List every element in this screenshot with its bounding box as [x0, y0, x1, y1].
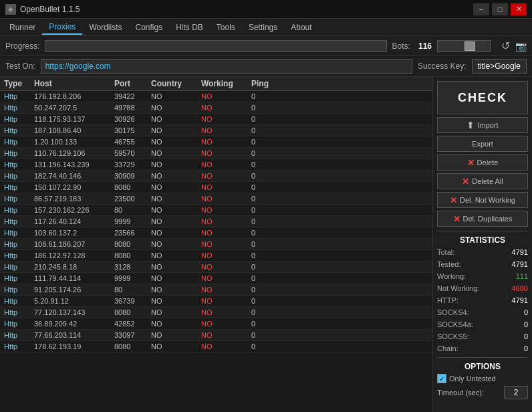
menu-proxies[interactable]: Proxies	[42, 20, 82, 35]
menu-configs[interactable]: Configs	[129, 21, 170, 34]
cell-ping: 0	[250, 239, 287, 249]
cell-host: 150.107.22.90	[33, 183, 113, 192]
cell-working: NO	[200, 274, 250, 283]
table-row[interactable]: Http 103.60.137.2 23566 NO NO 0	[0, 227, 432, 239]
cell-host: 117.26.40.124	[33, 217, 113, 226]
only-untested-label: Only Untested	[449, 375, 496, 383]
menu-about[interactable]: About	[284, 21, 318, 34]
cell-working: NO	[200, 126, 250, 135]
reload-icon[interactable]: ↺	[501, 39, 510, 52]
table-row[interactable]: Http 111.79.44.114 9999 NO NO 0	[0, 273, 432, 284]
maximize-button[interactable]: □	[492, 3, 508, 15]
delete-all-label: Delete All	[472, 177, 503, 185]
menu-wordlists[interactable]: Wordlists	[82, 21, 128, 34]
cell-type: Http	[3, 137, 33, 146]
menu-runner[interactable]: Runner	[3, 21, 42, 34]
delete-icon: ✕	[467, 158, 475, 168]
stat-working-label: Working:	[437, 272, 466, 280]
export-label: Export	[472, 140, 493, 148]
table-row[interactable]: Http 117.26.40.124 9999 NO NO 0	[0, 216, 432, 227]
table-row[interactable]: Http 77.120.137.143 8080 NO NO 0	[0, 307, 432, 318]
col-country: Country	[150, 79, 200, 88]
only-untested-row: ✓ Only Untested	[437, 374, 528, 383]
cell-working: NO	[200, 262, 250, 272]
table-row[interactable]: Http 118.175.93.137 30926 NO NO 0	[0, 114, 432, 125]
cell-working: NO	[200, 183, 250, 192]
cell-host: 1.20.100.133	[33, 137, 113, 146]
stat-socks4a-value: 0	[524, 320, 528, 328]
table-row[interactable]: Http 1.20.100.133 46755 NO NO 0	[0, 136, 432, 148]
menu-hitsdb[interactable]: Hits DB	[169, 21, 210, 34]
cell-type: Http	[3, 217, 33, 226]
camera-icon[interactable]: 📷	[515, 41, 527, 51]
table-row[interactable]: Http 108.61.186.207 8080 NO NO 0	[0, 239, 432, 250]
progress-bar	[45, 40, 386, 52]
cell-host: 77.120.137.143	[33, 308, 113, 317]
cell-working: NO	[200, 171, 250, 181]
cell-working: NO	[200, 342, 250, 351]
cell-host: 36.89.209.42	[33, 319, 113, 328]
table-row[interactable]: Http 186.122.97.128 8080 NO NO 0	[0, 250, 432, 262]
proxy-table-body[interactable]: Http 176.192.8.206 39422 NO NO 0 Http 50…	[0, 91, 432, 412]
cell-country: NO	[150, 239, 200, 249]
col-port: Port	[113, 79, 150, 88]
table-row[interactable]: Http 210.245.8.18 3128 NO NO 0	[0, 262, 432, 273]
delete-button[interactable]: ✕ Delete	[437, 154, 528, 171]
cell-country: NO	[150, 296, 200, 306]
table-row[interactable]: Http 187.108.86.40 30175 NO NO 0	[0, 125, 432, 136]
stat-working-value: 111	[516, 272, 528, 280]
cell-port: 80	[113, 205, 150, 215]
menu-tools[interactable]: Tools	[210, 21, 242, 34]
table-row[interactable]: Http 176.192.8.206 39422 NO NO 0	[0, 91, 432, 102]
close-button[interactable]: ✕	[511, 3, 527, 15]
cell-ping: 0	[250, 285, 287, 294]
cell-host: 91.205.174.26	[33, 285, 113, 294]
table-row[interactable]: Http 5.20.91.12 36739 NO NO 0	[0, 296, 432, 307]
table-row[interactable]: Http 182.74.40.146 30909 NO NO 0	[0, 171, 432, 182]
cell-ping: 0	[250, 160, 287, 169]
table-row[interactable]: Http 91.205.174.26 80 NO NO 0	[0, 284, 432, 296]
cell-working: NO	[200, 239, 250, 249]
cell-country: NO	[150, 171, 200, 181]
check-button[interactable]: CHECK	[437, 81, 528, 114]
table-row[interactable]: Http 150.107.22.90 8080 NO NO 0	[0, 182, 432, 193]
cell-type: Http	[3, 92, 33, 101]
table-row[interactable]: Http 50.247.207.5 49788 NO NO 0	[0, 102, 432, 114]
cell-country: NO	[150, 274, 200, 283]
table-row[interactable]: Http 77.66.203.114 33097 NO NO 0	[0, 330, 432, 341]
timeout-input[interactable]	[504, 386, 528, 399]
table-row[interactable]: Http 86.57.219.183 23500 NO NO 0	[0, 193, 432, 205]
cell-country: NO	[150, 183, 200, 192]
del-duplicates-button[interactable]: ✕ Del. Duplicates	[437, 211, 528, 227]
table-row[interactable]: Http 178.62.193.19 8080 NO NO 0	[0, 341, 432, 352]
cell-country: NO	[150, 228, 200, 237]
table-row[interactable]: Http 131.196.143.239 33729 NO NO 0	[0, 159, 432, 171]
test-url-input[interactable]	[41, 59, 412, 74]
table-row[interactable]: Http 157.230.162.226 80 NO NO 0	[0, 205, 432, 216]
cell-country: NO	[150, 103, 200, 112]
cell-type: Http	[3, 171, 33, 181]
cell-type: Http	[3, 205, 33, 215]
cell-type: Http	[3, 296, 33, 306]
table-row[interactable]: Http 110.76.129.106 59570 NO NO 0	[0, 148, 432, 159]
menu-settings[interactable]: Settings	[242, 21, 284, 34]
cell-country: NO	[150, 114, 200, 124]
col-host: Host	[33, 79, 113, 88]
cell-host: 108.61.186.207	[33, 239, 113, 249]
cell-working: NO	[200, 296, 250, 306]
slider-thumb[interactable]	[464, 41, 475, 51]
import-button[interactable]: ⬆ Import	[437, 117, 528, 133]
bots-slider[interactable]	[437, 40, 491, 52]
del-not-working-button[interactable]: ✕ Del. Not Working	[437, 192, 528, 208]
stat-socks5-value: 0	[524, 332, 528, 340]
stat-socks5-label: SOCKS5:	[437, 332, 469, 340]
cell-host: 111.79.44.114	[33, 274, 113, 283]
delete-all-button[interactable]: ✕ Delete All	[437, 173, 528, 189]
cell-port: 9999	[113, 217, 150, 226]
minimize-button[interactable]: −	[473, 3, 489, 15]
cell-ping: 0	[250, 92, 287, 101]
table-row[interactable]: Http 36.89.209.42 42852 NO NO 0	[0, 318, 432, 330]
only-untested-checkbox[interactable]: ✓	[437, 374, 446, 383]
export-button[interactable]: Export	[437, 136, 528, 152]
cell-working: NO	[200, 319, 250, 328]
